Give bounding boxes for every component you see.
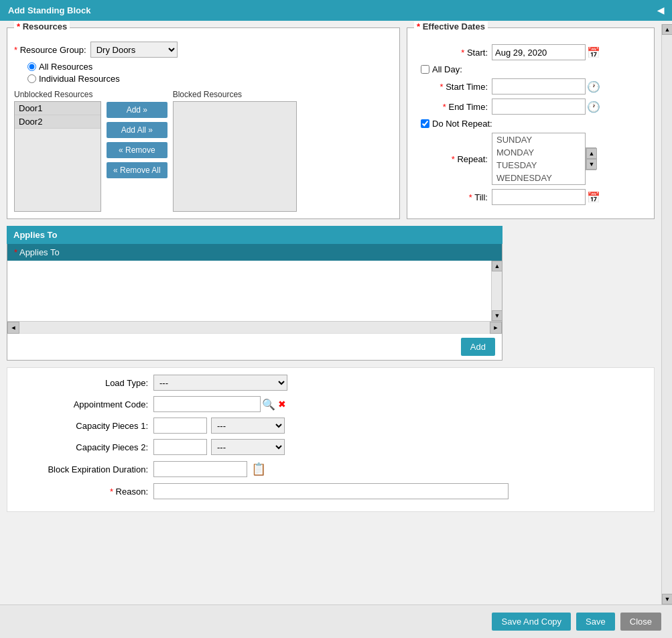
repeat-scrollbar[interactable]: ▲ ▼ (586, 147, 596, 170)
applies-to-sub-title: Applies To (19, 247, 60, 257)
collapse-icon[interactable]: ◀ (657, 5, 664, 15)
top-section: * Resources * Resource Group: Dry Doors … (7, 27, 655, 219)
start-row: * Start: 📅 (414, 44, 647, 60)
applies-to-hscroll[interactable]: ◄ ► (7, 321, 502, 333)
page-scrollbar[interactable]: ▲ ▼ (661, 24, 672, 604)
blocked-label: Blocked Resources (173, 90, 297, 99)
end-time-clock-icon[interactable]: 🕐 (586, 99, 602, 115)
resource-type-radio-group: All Resources Individual Resources (27, 62, 393, 86)
close-button[interactable]: Close (620, 613, 661, 631)
all-day-label: All Day: (432, 64, 462, 74)
appointment-code-row: Appointment Code: 🔍 ✖ (21, 396, 641, 412)
transfer-buttons: Add » Add All » « Remove « Remove All (107, 102, 167, 178)
repeat-item-monday[interactable]: MONDAY (492, 146, 585, 159)
repeat-list-wrapper: SUNDAY MONDAY TUESDAY WEDNESDAY (492, 133, 586, 185)
capacity-pieces-2-input[interactable] (153, 439, 207, 455)
spacer (7, 361, 655, 367)
applies-to-wrapper: Applies To * Applies To ▲ ▼ ◄ (7, 226, 502, 361)
applies-to-section-header: Applies To (7, 226, 502, 244)
blocked-list[interactable] (173, 101, 297, 212)
start-time-row: * Start Time: 🕐 (414, 78, 647, 94)
capacity-pieces-2-select[interactable]: --- (211, 439, 285, 455)
capacity-pieces-2-row: Capacity Pieces 2: --- (21, 439, 641, 455)
end-time-input[interactable] (492, 99, 586, 115)
block-expiration-label: Block Expiration Duration: (21, 464, 148, 474)
appointment-code-input[interactable] (153, 396, 261, 412)
add-all-button[interactable]: Add All » (107, 122, 167, 138)
till-calendar-icon[interactable]: 📅 (586, 190, 602, 205)
all-resources-radio-label[interactable]: All Resources (27, 62, 393, 72)
reason-row: * Reason: (21, 483, 641, 499)
start-time-input[interactable] (492, 78, 586, 94)
scroll-down-arrow[interactable]: ▼ (662, 594, 672, 604)
add-button[interactable]: Add » (107, 102, 167, 118)
list-item[interactable]: Door2 (15, 115, 100, 129)
start-time-label: * Start Time: (414, 82, 488, 92)
all-resources-label: All Resources (39, 62, 92, 72)
repeat-item-sunday[interactable]: SUNDAY (492, 133, 585, 146)
applies-to-content: * Applies To ▲ ▼ ◄ ► Ad (7, 244, 502, 361)
all-day-row: All Day: (421, 64, 647, 74)
applies-to-table-area[interactable] (7, 261, 502, 321)
applies-to-table-container: ▲ ▼ (7, 261, 502, 321)
repeat-item-wednesday[interactable]: WEDNESDAY (492, 172, 585, 184)
capacity-pieces-1-select[interactable]: --- (211, 418, 285, 434)
all-resources-radio[interactable] (27, 62, 36, 71)
individual-resources-radio-label[interactable]: Individual Resources (27, 74, 393, 84)
block-expiration-input[interactable] (153, 461, 247, 477)
resources-panel-title: * Resources (14, 21, 70, 31)
appointment-search-icon[interactable]: 🔍 (261, 397, 277, 412)
till-date-input[interactable] (492, 189, 586, 205)
till-label: * Till: (414, 192, 488, 202)
end-time-row: * End Time: 🕐 (414, 99, 647, 115)
main-content: * Resources * Resource Group: Dry Doors … (0, 21, 661, 601)
repeat-scroll-up[interactable]: ▲ (586, 148, 597, 159)
start-date-input[interactable] (492, 44, 586, 60)
all-day-checkbox[interactable] (421, 65, 429, 74)
block-expiration-calendar-icon[interactable]: 📋 (250, 460, 267, 478)
repeat-label: * Repeat: (414, 154, 488, 164)
load-type-select[interactable]: --- (153, 375, 287, 391)
save-and-copy-button[interactable]: Save And Copy (492, 613, 571, 631)
hscroll-right[interactable]: ► (490, 322, 502, 334)
remove-all-button[interactable]: « Remove All (107, 162, 167, 178)
till-row: * Till: 📅 (414, 189, 647, 205)
start-time-clock-icon[interactable]: 🕐 (586, 79, 602, 94)
list-item[interactable]: Door1 (15, 102, 100, 115)
footer-bar: Save And Copy Save Close (0, 604, 672, 638)
appointment-clear-icon[interactable]: ✖ (277, 397, 287, 411)
do-not-repeat-label: Do Not Repeat: (432, 119, 492, 129)
individual-resources-radio[interactable] (27, 74, 36, 83)
unblocked-label: Unblocked Resources (14, 90, 101, 99)
save-button[interactable]: Save (576, 613, 615, 631)
start-label: * Start: (414, 48, 488, 58)
capacity-pieces-1-row: Capacity Pieces 1: --- (21, 418, 641, 434)
dialog-title: Add Standing Block (8, 5, 91, 15)
applies-to-add-btn-row: Add (7, 333, 502, 360)
start-calendar-icon[interactable]: 📅 (586, 45, 602, 60)
repeat-list[interactable]: SUNDAY MONDAY TUESDAY WEDNESDAY (492, 133, 586, 185)
bottom-fields: Load Type: --- Appointment Code: 🔍 ✖ Cap… (7, 367, 655, 512)
do-not-repeat-row: Do Not Repeat: (421, 119, 647, 129)
effective-dates-panel: * Effective Dates * Start: 📅 All Day: (407, 27, 655, 219)
remove-button[interactable]: « Remove (107, 142, 167, 158)
applies-to-right-scrollbar[interactable]: ▲ ▼ (491, 261, 502, 321)
unblocked-list[interactable]: Door1 Door2 (14, 101, 101, 212)
applies-to-scroll-down[interactable]: ▼ (492, 310, 502, 321)
applies-to-scroll-up[interactable]: ▲ (492, 261, 502, 271)
reason-input[interactable] (153, 483, 509, 499)
end-time-label: * End Time: (414, 102, 488, 112)
scroll-up-arrow[interactable]: ▲ (662, 24, 672, 35)
lists-row: Unblocked Resources Door1 Door2 Add » Ad… (14, 90, 393, 212)
do-not-repeat-checkbox[interactable] (421, 119, 429, 128)
individual-resources-label: Individual Resources (39, 74, 120, 84)
effective-dates-title: * Effective Dates (414, 21, 488, 31)
applies-to-add-button[interactable]: Add (461, 338, 495, 356)
resource-group-row: * Resource Group: Dry Doors (14, 42, 393, 58)
repeat-item-tuesday[interactable]: TUESDAY (492, 159, 585, 172)
repeat-scroll-down[interactable]: ▼ (586, 159, 597, 170)
resource-group-select[interactable]: Dry Doors (90, 42, 178, 58)
capacity-pieces-1-input[interactable] (153, 418, 207, 434)
capacity-pieces-2-label: Capacity Pieces 2: (21, 442, 148, 452)
hscroll-left[interactable]: ◄ (7, 322, 19, 334)
